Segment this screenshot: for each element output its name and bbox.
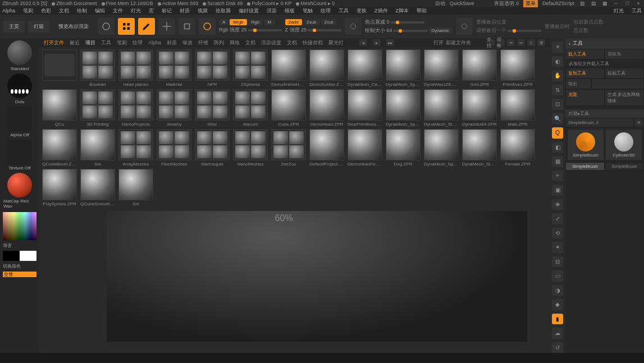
- lightbox-item[interactable]: Wacom: [232, 89, 268, 127]
- xpose-icon[interactable]: ⊟: [552, 256, 563, 268]
- menu-item[interactable]: 文档: [59, 7, 69, 15]
- lightbox-item[interactable]: DefaultProject.ZPR: [309, 129, 345, 167]
- lb-tab-texture[interactable]: 纹理: [133, 39, 143, 47]
- lightbox-item[interactable]: ArrayMeshes: [118, 129, 154, 167]
- lb-tab-spotlight[interactable]: 聚光灯: [328, 39, 344, 47]
- view-single-icon[interactable]: ━: [507, 39, 515, 46]
- default-zscript[interactable]: DefaultZScript: [542, 1, 574, 6]
- lightbox-item[interactable]: Female.ZPR: [500, 129, 536, 167]
- tool-r-button[interactable]: R: [634, 118, 644, 127]
- lightbox-button[interactable]: 灯箱: [28, 21, 49, 33]
- menu-item[interactable]: 纹理: [321, 7, 331, 15]
- tool-quick-a[interactable]: SimpleBrush: [565, 162, 605, 171]
- draw-mode-icon[interactable]: [138, 18, 155, 35]
- lightbox-item[interactable]: DemoSoldier.ZPR: [309, 49, 345, 87]
- menu-item[interactable]: 色彩: [41, 7, 51, 15]
- lightbox-item[interactable]: Mannequin: [194, 129, 230, 167]
- menu-item[interactable]: Z插件: [374, 7, 388, 15]
- lightbox-item[interactable]: QCubeBevel.ZPR: [42, 129, 77, 167]
- menu-item[interactable]: 标记: [162, 7, 172, 15]
- lightbox-item[interactable]: Boolean: [80, 49, 116, 87]
- menu-item[interactable]: 编辑: [95, 7, 105, 15]
- scale-cam-icon[interactable]: ⤢: [552, 213, 563, 224]
- menu-item[interactable]: 拾取器: [216, 7, 231, 15]
- lightbox-item[interactable]: DemoHeadFemale: [347, 129, 383, 167]
- scale-mode-icon[interactable]: [179, 18, 195, 35]
- lightbox-item[interactable]: Misc: [194, 89, 230, 127]
- replay-before[interactable]: 重播最后位置: [476, 19, 506, 26]
- adjust-last[interactable]: 调整最后一个: [476, 27, 506, 34]
- import-button[interactable]: 从项目文件载入工具: [565, 59, 644, 68]
- lb-tab-alpha[interactable]: Alpha: [148, 40, 161, 45]
- focal-icon[interactable]: [345, 18, 362, 35]
- xyz-icon[interactable]: ✦: [552, 242, 563, 253]
- lb-find-button[interactable]: 查找: [487, 39, 495, 46]
- lb-tab-fiber[interactable]: 纤维: [198, 39, 208, 47]
- lb-tab-recent[interactable]: 最近: [70, 39, 80, 47]
- move-cam-icon[interactable]: ✥: [552, 199, 563, 210]
- lb-tab-mesh[interactable]: 网格: [230, 39, 240, 47]
- lightbox-item[interactable]: DynaMesh_Sphere: [423, 129, 459, 167]
- active-tool-name[interactable]: SimpleBrush. 2: [565, 118, 634, 127]
- lightbox-item[interactable]: Male.ZPR: [500, 89, 536, 127]
- lightbox-item[interactable]: QCu: [42, 89, 77, 127]
- rotate-cam-icon[interactable]: ⟲: [552, 228, 563, 239]
- lightbox-item[interactable]: DynaMesh_Stone: [423, 89, 459, 127]
- lb-tab-open[interactable]: 打开文件: [44, 39, 64, 47]
- lightbox-item[interactable]: Jewelry: [156, 89, 192, 127]
- actual-icon[interactable]: ⊡: [552, 99, 563, 110]
- zcut-chip[interactable]: Zcut: [321, 19, 337, 25]
- lightbox-item[interactable]: DynaMesh_Capsule: [347, 49, 383, 87]
- adjust-slider[interactable]: [508, 30, 541, 32]
- saveas-button[interactable]: 另存为: [605, 49, 644, 59]
- make-polymesh-button[interactable]: 生成 多边形网格物体: [605, 89, 644, 106]
- edit-mode-icon[interactable]: [118, 18, 135, 35]
- solo-icon[interactable]: ◆: [552, 299, 563, 310]
- ui-opacity[interactable]: 界面透明 0: [494, 0, 519, 7]
- bpr-icon[interactable]: ☀: [552, 42, 563, 53]
- draw-slider[interactable]: [394, 30, 427, 32]
- menu-right-item[interactable]: 工具: [632, 7, 642, 15]
- stroke-thumb[interactable]: [7, 73, 32, 98]
- lightbox-item[interactable]: DemoProjects: [118, 89, 154, 127]
- menu-item[interactable]: 宏: [149, 7, 154, 15]
- menu-item[interactable]: 文件: [113, 7, 123, 15]
- z-intensity[interactable]: Z 强度 25: [285, 26, 307, 34]
- hand-icon[interactable]: ✋: [552, 70, 563, 81]
- a-chip[interactable]: A: [219, 19, 229, 25]
- m-chip[interactable]: M: [264, 19, 275, 25]
- alternate-button[interactable]: 交替: [3, 272, 36, 277]
- lightbox-tools-section[interactable]: 灯箱▸工具: [565, 109, 644, 118]
- lb-thumb-button[interactable]: 缩略: [497, 39, 505, 46]
- lightbox-item[interactable]: NanoMeshes: [232, 129, 268, 167]
- menu-item[interactable]: 偏好设置: [239, 7, 259, 15]
- tool-thumb-cylinder[interactable]: Cylinder3D: [606, 130, 642, 160]
- menu-item[interactable]: 帮助: [417, 7, 427, 15]
- ghost-icon[interactable]: ◑: [552, 285, 563, 296]
- minimize-icon[interactable]: –: [613, 1, 619, 6]
- lb-tab-material[interactable]: 材质: [167, 39, 177, 47]
- menu-item[interactable]: 笔刷: [23, 7, 33, 15]
- frame-icon[interactable]: ▣: [552, 185, 563, 196]
- tool-quick-b[interactable]: SimpleBrush: [605, 162, 644, 171]
- lightbox-item[interactable]: Material: [156, 49, 192, 87]
- paste-tool-button[interactable]: 粘贴工具: [605, 68, 644, 79]
- zsub-chip[interactable]: Zsub: [303, 19, 320, 25]
- zoom-icon[interactable]: 🔍: [552, 113, 563, 125]
- brush-thumb[interactable]: [7, 40, 32, 65]
- lb-tab-brush[interactable]: 笔刷: [117, 39, 127, 47]
- texture-thumb[interactable]: [7, 140, 32, 164]
- close-icon[interactable]: ×: [635, 1, 642, 6]
- gradient-label[interactable]: 渐变: [3, 242, 36, 249]
- lightbox-item[interactable]: Cube.ZPR: [271, 89, 307, 127]
- smooth-icon[interactable]: ◐: [552, 56, 563, 67]
- z-intensity-slider[interactable]: [308, 29, 341, 31]
- lightbox-item[interactable]: PolySphere.ZPR: [42, 169, 77, 206]
- menu-item[interactable]: 渲染: [267, 7, 277, 15]
- lightbox-item[interactable]: Sm: [118, 169, 154, 206]
- lightbox-item[interactable]: DemoAnimeHead: [271, 49, 307, 87]
- lb-open-button[interactable]: 打开: [433, 39, 444, 47]
- lb-tab-tool[interactable]: 工具: [101, 39, 111, 47]
- focal-shift[interactable]: 焦点衰减 0: [365, 19, 390, 26]
- tool-thumb-simplebrush[interactable]: SimpleBrush: [568, 130, 604, 160]
